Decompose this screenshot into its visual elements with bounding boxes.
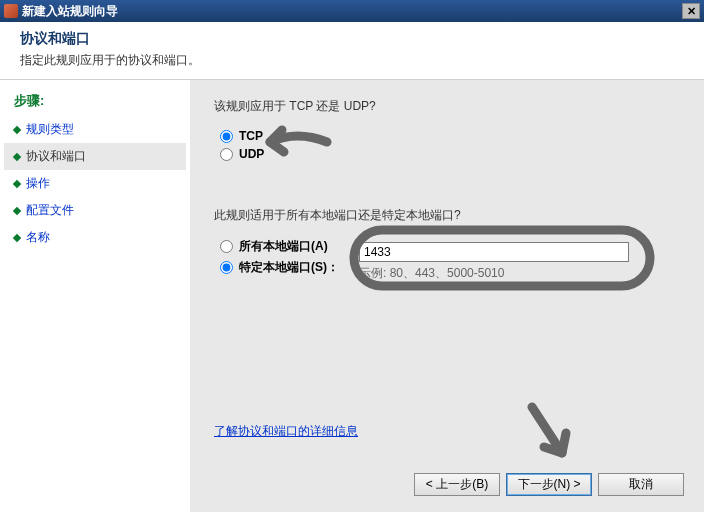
step-profile[interactable]: 配置文件 (4, 197, 186, 224)
steps-heading: 步骤: (4, 90, 186, 116)
step-name[interactable]: 名称 (4, 224, 186, 251)
wizard-main: 该规则应用于 TCP 还是 UDP? TCP UDP 此规则适用于所有本地端口还… (190, 80, 704, 512)
port-input[interactable] (359, 242, 629, 262)
port-example: 示例: 80、443、5000-5010 (359, 265, 629, 282)
wizard-header: 协议和端口 指定此规则应用于的协议和端口。 (0, 22, 704, 80)
radio-tcp-row[interactable]: TCP (214, 127, 680, 145)
step-action[interactable]: 操作 (4, 170, 186, 197)
page-title: 协议和端口 (20, 30, 684, 48)
radio-all-ports[interactable] (220, 240, 233, 253)
step-rule-type[interactable]: 规则类型 (4, 116, 186, 143)
step-label[interactable]: 操作 (26, 175, 50, 192)
next-button[interactable]: 下一步(N) > (506, 473, 592, 496)
radio-udp[interactable] (220, 148, 233, 161)
step-label[interactable]: 名称 (26, 229, 50, 246)
radio-all-ports-label[interactable]: 所有本地端口(A) (239, 238, 328, 255)
radio-specific-ports[interactable] (220, 261, 233, 274)
step-label[interactable]: 规则类型 (26, 121, 74, 138)
window-title: 新建入站规则向导 (22, 3, 118, 20)
app-icon (4, 4, 18, 18)
learn-more-link[interactable]: 了解协议和端口的详细信息 (214, 423, 358, 440)
step-label[interactable]: 配置文件 (26, 202, 74, 219)
protocol-question: 该规则应用于 TCP 还是 UDP? (214, 98, 680, 115)
titlebar: 新建入站规则向导 ✕ (0, 0, 704, 22)
bullet-icon (13, 179, 21, 187)
step-label: 协议和端口 (26, 148, 86, 165)
radio-udp-row[interactable]: UDP (214, 145, 680, 163)
bullet-icon (13, 206, 21, 214)
radio-udp-label[interactable]: UDP (239, 147, 264, 161)
wizard-buttons: < 上一步(B) 下一步(N) > 取消 (414, 473, 684, 496)
radio-tcp-label[interactable]: TCP (239, 129, 263, 143)
steps-sidebar: 步骤: 规则类型 协议和端口 操作 配置文件 名称 (0, 80, 190, 512)
bullet-icon (13, 125, 21, 133)
radio-specific-ports-label[interactable]: 特定本地端口(S)： (239, 259, 339, 276)
bullet-icon (13, 233, 21, 241)
ports-question: 此规则适用于所有本地端口还是特定本地端口? (214, 207, 680, 224)
cancel-button[interactable]: 取消 (598, 473, 684, 496)
close-icon: ✕ (687, 5, 696, 18)
back-button[interactable]: < 上一步(B) (414, 473, 500, 496)
bullet-icon (13, 152, 21, 160)
close-button[interactable]: ✕ (682, 3, 700, 19)
radio-tcp[interactable] (220, 130, 233, 143)
page-subtitle: 指定此规则应用于的协议和端口。 (20, 52, 684, 69)
step-protocol-ports[interactable]: 协议和端口 (4, 143, 186, 170)
